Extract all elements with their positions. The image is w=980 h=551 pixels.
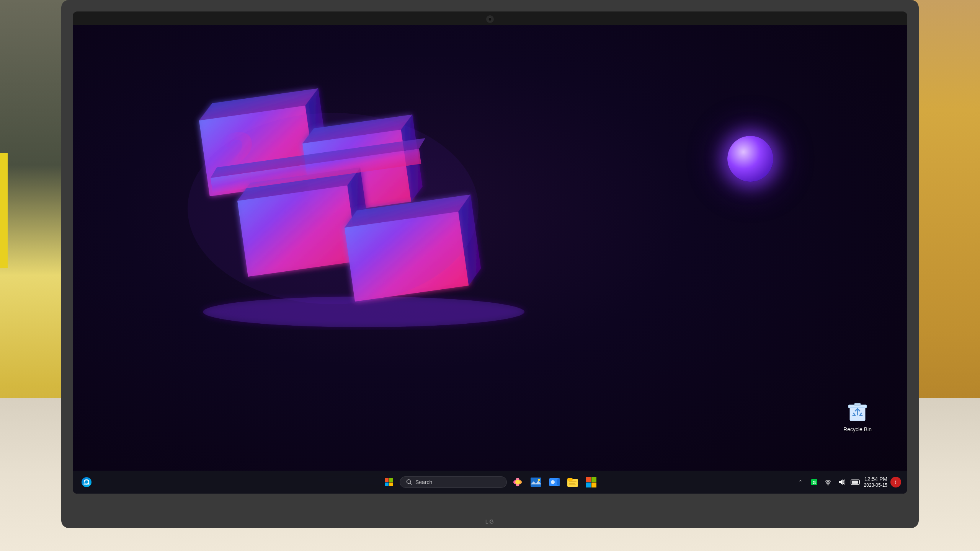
glowing-orb-decoration [727,136,773,182]
svg-rect-41 [567,478,573,481]
svg-rect-42 [569,481,577,482]
recycle-bin-graphic [845,399,870,423]
battery-icon[interactable] [850,477,861,487]
svg-rect-33 [531,478,541,487]
system-clock[interactable]: 12:54 PM 2023-05-15 [864,476,887,489]
taskbar-app-zoom[interactable] [547,474,562,490]
lg-brand-text: LG [485,518,495,525]
taskbar-app-flower[interactable] [510,474,525,490]
edge-icon[interactable] [79,474,94,490]
svg-point-39 [551,480,555,484]
svg-rect-25 [389,483,393,486]
svg-point-21 [82,477,91,487]
search-icon [406,479,412,485]
svg-rect-45 [586,477,591,482]
chevron-up-icon: ⌃ [798,479,803,485]
recycle-bin-icon[interactable]: Recycle Bin [838,399,877,432]
svg-text:!: ! [895,480,896,484]
svg-rect-22 [385,478,389,482]
taskbar-app-msn[interactable] [583,474,599,490]
svg-rect-54 [859,481,860,483]
wallpaper-3d-logo: 2 [180,55,563,362]
svg-text:G: G [812,480,816,485]
taskbar-app-photos[interactable] [528,474,544,490]
lg-logo: LG [485,518,495,525]
screen-bezel: 2 [73,11,907,494]
laptop-body: 2 [61,0,919,528]
volume-icon[interactable] [836,477,847,487]
show-hidden-icons-button[interactable]: ⌃ [795,477,806,487]
svg-point-16 [188,113,479,304]
taskbar-app-file-explorer[interactable] [565,474,580,490]
clock-time: 12:54 PM [864,476,887,483]
svg-rect-19 [854,403,861,406]
svg-rect-43 [569,483,575,484]
wifi-icon[interactable] [823,477,833,487]
taskbar-right: ⌃ G [795,476,901,489]
svg-rect-44 [569,484,576,485]
taskbar-left [79,474,94,490]
logo-svg: 2 [180,75,563,342]
taskbar-center: Search [381,474,599,490]
webcam [486,15,494,23]
network-status-icon[interactable]: G [809,477,820,487]
taskbar: Search [73,471,907,494]
search-bar-text: Search [415,479,432,485]
notification-icon: ! [893,479,899,485]
svg-rect-20 [850,407,865,421]
svg-rect-48 [591,483,596,487]
desktop[interactable]: 2 [73,25,907,494]
notification-center-button[interactable]: ! [890,477,901,487]
yellow-stripe-decoration [0,153,8,268]
svg-rect-24 [385,483,389,486]
svg-point-51 [827,484,828,486]
svg-point-35 [538,479,540,481]
svg-point-32 [515,480,520,484]
svg-line-27 [410,483,412,484]
webcam-lens [488,17,492,21]
svg-rect-47 [586,483,591,487]
svg-rect-55 [852,481,858,484]
search-bar[interactable]: Search [400,476,507,488]
svg-rect-23 [389,478,393,482]
start-button[interactable] [381,474,397,490]
clock-date: 2023-05-15 [864,483,887,489]
recycle-bin-label: Recycle Bin [838,426,877,432]
svg-marker-52 [839,479,843,485]
svg-rect-46 [591,477,596,482]
